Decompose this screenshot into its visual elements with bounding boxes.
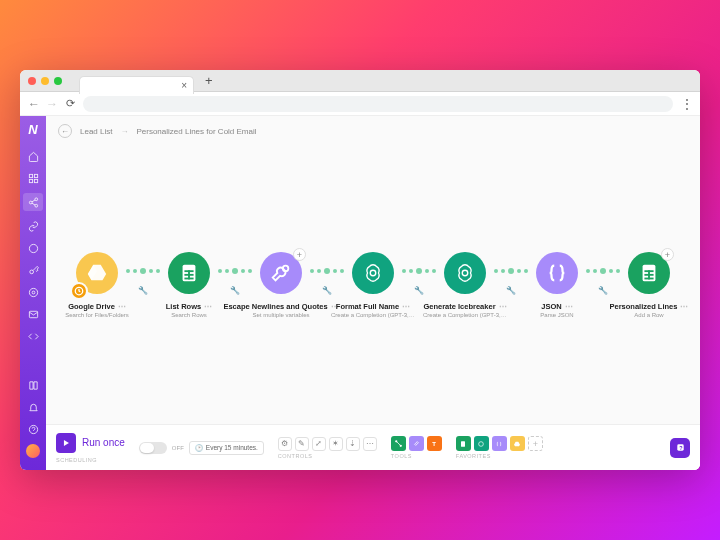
svg-rect-26 (648, 270, 650, 279)
svg-point-20 (370, 270, 376, 276)
svg-rect-1 (34, 174, 37, 177)
close-tab-icon[interactable]: × (181, 80, 187, 91)
scheduling-toggle[interactable] (139, 442, 167, 454)
node-icebreaker[interactable]: Generate Icebreaker⋯ Create a Completion… (422, 252, 508, 318)
node-title: Personalized Lines (610, 302, 678, 311)
svg-rect-18 (188, 270, 190, 279)
schedule-chip[interactable]: 🕑 Every 15 minutes. (189, 441, 264, 455)
svg-point-10 (32, 291, 35, 294)
node-subtitle: Create a Completion (GPT-3, GPT-3.5, GPT… (423, 312, 507, 318)
chevron-right-icon: → (120, 127, 128, 136)
sidebar-bell-icon[interactable] (26, 400, 40, 414)
node-title: JSON (541, 302, 561, 311)
node-subtitle: Search Rows (171, 312, 207, 318)
sidebar-key-icon[interactable] (26, 263, 40, 277)
node-menu-icon[interactable]: ⋯ (204, 302, 212, 311)
favorite-drive-icon[interactable] (510, 436, 525, 451)
node-personalized-lines[interactable]: + Personalized Lines⋯ Add a Row (606, 252, 692, 318)
new-tab-button[interactable]: + (205, 73, 213, 88)
browser-toolbar: ← → ⟳ ⋮ (20, 92, 700, 116)
node-google-drive[interactable]: Google Drive⋯ Search for Files/Folders (54, 252, 140, 318)
node-subtitle: Search for Files/Folders (65, 312, 129, 318)
node-menu-icon[interactable]: ⋯ (118, 302, 126, 311)
node-escape[interactable]: + Escape Newlines and Quotes⋯ Set multip… (238, 252, 324, 318)
svg-point-4 (34, 197, 37, 200)
explain-button[interactable]: ✶ (329, 437, 343, 451)
close-window-icon[interactable] (28, 77, 36, 85)
toggle-off-label: OFF (172, 445, 184, 451)
export-button[interactable]: ⇣ (346, 437, 360, 451)
sidebar-grid-icon[interactable] (26, 171, 40, 185)
user-avatar[interactable] (26, 444, 40, 458)
play-icon (56, 433, 76, 453)
sidebar-mail-icon[interactable] (26, 307, 40, 321)
node-menu-icon[interactable]: ⋯ (402, 302, 410, 311)
google-drive-icon (76, 252, 118, 294)
sidebar-code-icon[interactable] (26, 329, 40, 343)
app-frame: N ← Lead List → Personalized L (20, 116, 700, 470)
svg-point-9 (29, 288, 37, 296)
node-json[interactable]: JSON⋯ Parse JSON (514, 252, 600, 318)
node-menu-icon[interactable]: ⋯ (499, 302, 507, 311)
nav-back-icon[interactable]: ← (28, 97, 40, 111)
svg-point-6 (34, 204, 37, 207)
settings-button[interactable]: ⚙ (278, 437, 292, 451)
help-button[interactable]: ? (670, 438, 690, 458)
tool-tools-icon[interactable] (409, 436, 424, 451)
json-icon (536, 252, 578, 294)
sidebar-disc-icon[interactable] (26, 285, 40, 299)
scenario-canvas[interactable]: ← Lead List → Personalized Lines for Col… (46, 116, 700, 470)
svg-rect-3 (34, 179, 37, 182)
more-button[interactable]: ⋯ (363, 437, 377, 451)
app-logo[interactable]: N (28, 122, 37, 137)
reload-icon[interactable]: ⟳ (66, 97, 75, 110)
sheets-icon: + (628, 252, 670, 294)
add-favorite-button[interactable]: + (528, 436, 543, 451)
node-menu-icon[interactable]: ⋯ (680, 302, 688, 311)
openai-icon (352, 252, 394, 294)
svg-point-31 (479, 441, 484, 446)
back-button[interactable]: ← (58, 124, 72, 138)
favorite-openai-icon[interactable] (474, 436, 489, 451)
breadcrumb-current: Personalized Lines for Cold Email (136, 127, 256, 136)
sidebar-share-icon[interactable] (23, 193, 43, 211)
favorite-json-icon[interactable] (492, 436, 507, 451)
tool-text-icon[interactable]: T (427, 436, 442, 451)
node-list-rows[interactable]: List Rows⋯ Search Rows (146, 252, 232, 318)
run-once-button[interactable]: Run once (56, 433, 125, 453)
node-format-name[interactable]: Format Full Name⋯ Create a Completion (G… (330, 252, 416, 318)
sidebar-home-icon[interactable] (26, 149, 40, 163)
plus-badge-icon[interactable]: + (661, 248, 674, 261)
scheduling-label: SCHEDULING (56, 457, 97, 463)
minimize-window-icon[interactable] (41, 77, 49, 85)
nav-forward-icon: → (46, 97, 58, 111)
node-menu-icon[interactable]: ⋯ (565, 302, 573, 311)
align-button[interactable]: ⤢ (312, 437, 326, 451)
svg-point-7 (29, 244, 37, 252)
node-title: Google Drive (68, 302, 115, 311)
node-subtitle: Add a Row (634, 312, 663, 318)
svg-point-19 (283, 266, 289, 272)
node-subtitle: Set multiple variables (252, 312, 309, 318)
clock-badge-icon (70, 282, 88, 300)
breadcrumb-root[interactable]: Lead List (80, 127, 112, 136)
address-bar[interactable] (83, 96, 673, 112)
browser-tab[interactable]: × (79, 76, 194, 94)
node-title: List Rows (166, 302, 201, 311)
sidebar-book-icon[interactable] (26, 378, 40, 392)
maximize-window-icon[interactable] (54, 77, 62, 85)
svg-point-21 (462, 270, 468, 276)
breadcrumb: ← Lead List → Personalized Lines for Col… (46, 116, 700, 146)
sidebar-link-icon[interactable] (26, 219, 40, 233)
sidebar-circle-icon[interactable] (26, 241, 40, 255)
notes-button[interactable]: ✎ (295, 437, 309, 451)
browser-window: × + ← → ⟳ ⋮ N (20, 70, 700, 470)
node-subtitle: Parse JSON (540, 312, 573, 318)
svg-text:T: T (432, 441, 436, 447)
favorite-sheets-icon[interactable] (456, 436, 471, 451)
browser-menu-icon[interactable]: ⋮ (681, 97, 692, 111)
plus-badge-icon[interactable]: + (293, 248, 306, 261)
window-controls (28, 77, 62, 85)
tool-flow-icon[interactable] (391, 436, 406, 451)
sidebar-help-icon[interactable] (26, 422, 40, 436)
